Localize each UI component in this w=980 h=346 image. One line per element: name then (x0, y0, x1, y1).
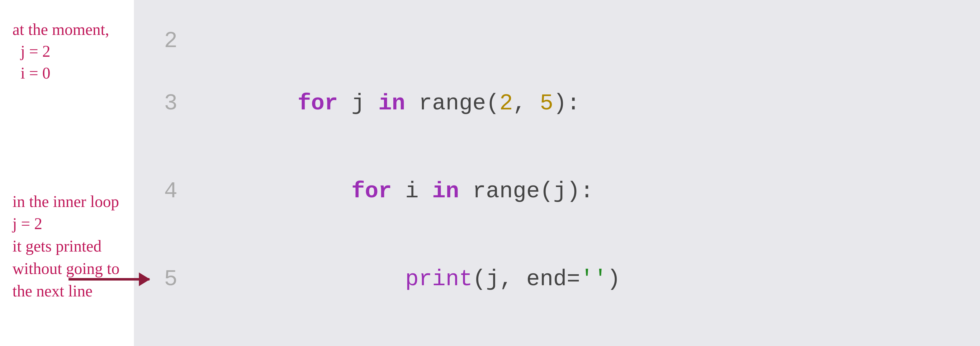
annotation-bottom-line1: in the inner loop (13, 193, 119, 210)
line-number-2: 2 (159, 29, 190, 54)
line-code-2 (190, 29, 204, 54)
annotation-bottom-line2: j = 2 (13, 215, 42, 233)
line-code-4: for i in range(j): (190, 153, 593, 230)
arrow (68, 278, 150, 281)
line-number-4: 4 (159, 179, 190, 204)
line-number-5: 5 (159, 266, 190, 292)
line-code-5: print(j, end='') (190, 241, 620, 317)
code-line-6: 6 print() (159, 323, 955, 346)
annotation-bottom-line5: the next line (13, 282, 92, 300)
line-code-1: print(1) (190, 0, 405, 17)
code-panel: 1 print(1) 2 3 for j in range(2, 5): 4 f… (134, 0, 980, 346)
annotation-bottom-line3: it gets printed (13, 237, 102, 255)
code-line-2: 2 (159, 23, 955, 59)
line-number-3: 3 (159, 91, 190, 116)
code-line-5: 5 print(j, end='') (159, 235, 955, 323)
line-code-6: print() (190, 329, 500, 346)
annotation-top-line1: at the moment, (13, 21, 109, 38)
line-code-3: for j in range(2, 5): (190, 65, 580, 142)
annotation-top-line2: j = 2 (13, 42, 51, 60)
left-annotations: at the moment, j = 2 i = 0 in the inner … (0, 0, 134, 346)
annotation-bottom-line4: without going to (13, 260, 119, 277)
annotation-bottom: in the inner loop j = 2 it gets printed … (13, 190, 124, 302)
annotation-top: at the moment, j = 2 i = 0 (13, 19, 124, 85)
arrow-line (68, 278, 150, 281)
code-line-3: 3 for j in range(2, 5): (159, 59, 955, 147)
code-block: 1 print(1) 2 3 for j in range(2, 5): 4 f… (159, 0, 955, 346)
annotation-top-line3: i = 0 (13, 64, 51, 82)
code-line-4: 4 for i in range(j): (159, 147, 955, 235)
code-line-1: 1 print(1) (159, 0, 955, 23)
